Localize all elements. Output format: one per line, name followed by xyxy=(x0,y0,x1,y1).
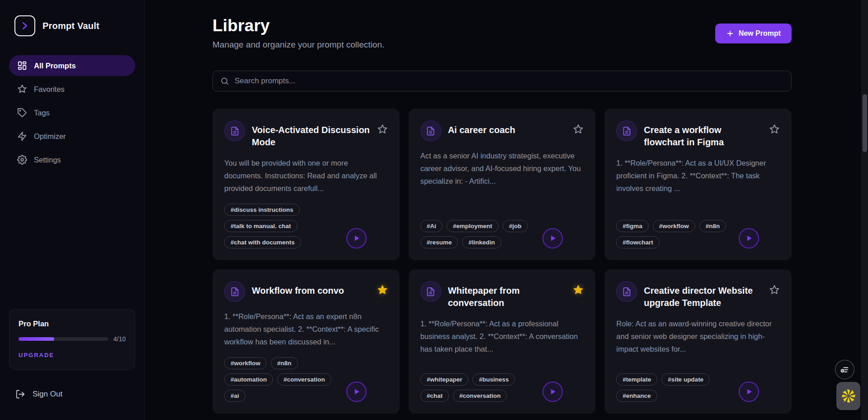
play-icon xyxy=(353,234,360,242)
overlay-menu-button[interactable] xyxy=(835,360,854,379)
tag-pill[interactable]: #flowchart xyxy=(616,236,660,248)
favorite-star-icon[interactable] xyxy=(573,120,584,135)
main-content: Library Manage and organize your prompt … xyxy=(145,0,868,420)
tag-pill[interactable]: #resume xyxy=(420,236,458,248)
scrollbar-thumb[interactable] xyxy=(863,94,867,152)
app-logo: Prompt Vault xyxy=(9,15,135,36)
card-tags: #template#site update#enhance xyxy=(616,373,734,402)
document-icon xyxy=(224,120,245,141)
tag-pill[interactable]: #chat with documents xyxy=(224,236,301,248)
plan-card: Pro Plan 4/10 UPGRADE xyxy=(9,309,135,370)
tag-pill[interactable]: #Ai xyxy=(420,220,443,232)
prompt-card[interactable]: Whitepaper from conversation 1. **Role/P… xyxy=(409,269,596,414)
sidebar-item-settings[interactable]: Settings xyxy=(9,149,135,170)
prompt-card[interactable]: Workflow from convo 1. **Role/Persona**:… xyxy=(212,269,400,414)
sign-out-button[interactable]: Sign Out xyxy=(9,389,135,399)
tag-pill[interactable]: #n8n xyxy=(271,357,298,369)
tag-pill[interactable]: #ai xyxy=(224,390,245,402)
tag-pill[interactable]: #conversation xyxy=(277,373,331,386)
sidebar-item-optimizer[interactable]: Optimizer xyxy=(9,126,135,147)
favorite-star-icon[interactable] xyxy=(769,120,780,135)
card-excerpt: Act as a senior AI industry strategist, … xyxy=(420,149,584,187)
document-icon xyxy=(420,120,441,141)
favorite-star-icon[interactable] xyxy=(377,281,388,296)
sidebar-item-label: Optimizer xyxy=(34,132,66,141)
card-excerpt: You will be provided with one or more do… xyxy=(224,157,388,195)
card-title: Creative director Website upgrade Templa… xyxy=(644,281,762,309)
tag-pill[interactable]: #workflow xyxy=(653,220,695,232)
plan-usage: 4/10 xyxy=(113,335,126,343)
sidebar-item-all-prompts[interactable]: All Prompts xyxy=(9,55,135,76)
document-icon xyxy=(224,281,245,302)
tag-pill[interactable]: #enhance xyxy=(616,390,657,402)
card-title: Voice-Activated Discussion Mode xyxy=(252,120,370,148)
card-title: Whitepaper from conversation xyxy=(448,281,566,309)
log-out-icon xyxy=(15,389,25,399)
sign-out-label: Sign Out xyxy=(33,390,62,399)
app-title: Prompt Vault xyxy=(42,21,99,31)
run-prompt-button[interactable] xyxy=(346,382,367,402)
sidebar-nav: All Prompts Favorites Tags Optimizer Set… xyxy=(9,55,135,170)
tag-icon xyxy=(17,108,27,118)
tag-pill[interactable]: #n8n xyxy=(699,220,726,232)
sidebar-item-label: Settings xyxy=(34,156,61,164)
run-prompt-button[interactable] xyxy=(542,228,563,248)
gear-icon xyxy=(17,155,27,165)
sidebar-item-label: Tags xyxy=(34,109,50,117)
card-title: Workflow from convo xyxy=(252,281,370,297)
tag-pill[interactable]: #site update xyxy=(661,373,710,386)
plus-icon xyxy=(726,29,734,38)
search-input[interactable] xyxy=(235,76,784,86)
run-prompt-button[interactable] xyxy=(739,228,759,248)
new-prompt-button[interactable]: New Prompt xyxy=(715,24,792,43)
play-icon xyxy=(549,234,557,242)
run-prompt-button[interactable] xyxy=(346,228,367,248)
grid-icon xyxy=(17,61,27,71)
card-tags: #whitepaper#business#chat#conversation xyxy=(420,373,538,402)
sidebar-item-favorites[interactable]: Favorites xyxy=(9,79,135,100)
search-bar xyxy=(212,71,792,91)
tag-pill[interactable]: #talk to manual. chat xyxy=(224,220,297,232)
extension-button[interactable] xyxy=(836,382,860,410)
logo-chevron-icon xyxy=(14,15,35,36)
tag-pill[interactable]: #automation xyxy=(224,373,273,386)
card-title: Ai career coach xyxy=(448,120,566,136)
prompt-card[interactable]: Creative director Website upgrade Templa… xyxy=(604,269,792,414)
play-icon xyxy=(549,388,557,396)
page-subtitle: Manage and organize your prompt collecti… xyxy=(212,40,384,50)
sidebar-item-tags[interactable]: Tags xyxy=(9,102,135,123)
play-icon xyxy=(745,234,753,242)
tag-pill[interactable]: #employment xyxy=(447,220,499,232)
prompt-card[interactable]: Voice-Activated Discussion Mode You will… xyxy=(212,109,400,260)
run-prompt-button[interactable] xyxy=(739,382,759,402)
prompt-card[interactable]: Create a workflow flowchart in Figma 1. … xyxy=(604,109,792,260)
tag-pill[interactable]: #figma xyxy=(616,220,649,232)
tag-pill[interactable]: #job xyxy=(503,220,528,232)
play-icon xyxy=(745,388,753,396)
card-excerpt: 1. **Role/Persona**: Act as a UI/UX Desi… xyxy=(616,157,780,195)
plan-progress-bar xyxy=(19,337,108,341)
document-icon xyxy=(616,281,637,302)
tag-pill[interactable]: #template xyxy=(616,373,657,386)
page-title: Library xyxy=(212,16,384,35)
document-icon xyxy=(616,120,637,141)
prompt-grid: Voice-Activated Discussion Mode You will… xyxy=(212,109,792,414)
tag-pill[interactable]: #linkedin xyxy=(462,236,501,248)
plan-progress-fill xyxy=(19,337,54,341)
prompt-card[interactable]: Ai career coach Act as a senior AI indus… xyxy=(409,109,596,260)
plan-name: Pro Plan xyxy=(19,320,126,328)
sidebar-item-label: All Prompts xyxy=(34,62,76,70)
tag-pill[interactable]: #chat xyxy=(420,390,449,402)
upgrade-link[interactable]: UPGRADE xyxy=(19,352,54,358)
tag-pill[interactable]: #business xyxy=(472,373,515,386)
favorite-star-icon[interactable] xyxy=(769,281,780,296)
tag-pill[interactable]: #discuss instructions xyxy=(224,204,300,216)
tag-pill[interactable]: #conversation xyxy=(453,390,507,402)
run-prompt-button[interactable] xyxy=(542,382,563,402)
favorite-star-icon[interactable] xyxy=(377,120,388,135)
favorite-star-icon[interactable] xyxy=(573,281,584,296)
star-icon xyxy=(17,84,27,94)
tag-pill[interactable]: #whitepaper xyxy=(420,373,469,386)
document-icon xyxy=(420,281,441,302)
tag-pill[interactable]: #workflow xyxy=(224,357,267,369)
